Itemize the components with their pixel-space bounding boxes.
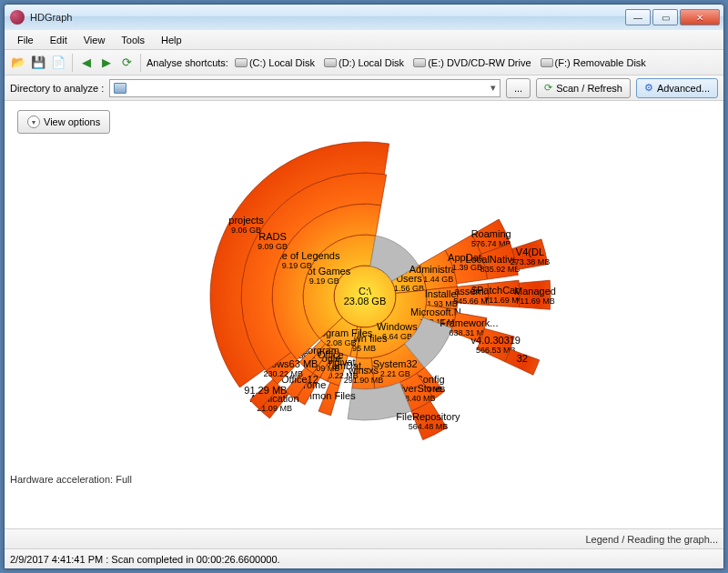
menu-view[interactable]: View <box>76 33 113 47</box>
browse-button[interactable]: ... <box>506 78 531 98</box>
shortcut-e[interactable]: (E:) DVD/CD-RW Drive <box>410 57 533 68</box>
menubar: File Edit View Tools Help <box>5 30 723 50</box>
disc-icon <box>413 58 426 67</box>
disk-icon <box>541 58 553 67</box>
disk-icon <box>235 58 248 67</box>
shortcut-c[interactable]: (C:) Local Disk <box>232 57 318 68</box>
sunburst-segment[interactable] <box>512 239 548 270</box>
analyse-shortcuts-label: Analyse shortcuts: <box>147 57 228 68</box>
legend-link[interactable]: Legend / Reading the graph... <box>585 534 718 545</box>
statusbar: 2/9/2017 4:41:41 PM : Scan completed in … <box>5 548 723 568</box>
maximize-button[interactable]: ▭ <box>652 9 678 25</box>
shortcut-d[interactable]: (D:) Local Disk <box>321 57 407 68</box>
disk-icon <box>324 58 337 67</box>
chevron-down-icon: ▾ <box>27 116 40 128</box>
open-icon[interactable]: 📂 <box>10 55 26 71</box>
menu-file[interactable]: File <box>10 33 41 47</box>
sunburst-segment[interactable] <box>505 349 540 375</box>
document-icon[interactable]: 📄 <box>50 55 66 71</box>
forward-icon[interactable]: ▶ <box>98 55 115 71</box>
footerbar: Legend / Reading the graph... <box>5 528 723 548</box>
close-button[interactable]: ✕ <box>680 9 720 25</box>
titlebar[interactable]: HDGraph — ▭ ✕ <box>5 5 723 30</box>
refresh-icon[interactable]: ⟳ <box>118 55 135 71</box>
status-text: 2/9/2017 4:41:41 PM : Scan completed in … <box>10 554 280 565</box>
drive-icon <box>114 83 126 94</box>
advanced-button[interactable]: ⚙Advanced... <box>636 78 718 98</box>
hwaccel-label: Hardware acceleration: Full <box>10 474 132 485</box>
chart-area[interactable]: ▾ View options C:\23.08 GBUsers1.56 GBWi… <box>5 101 723 528</box>
window-title: HDGraph <box>30 12 625 23</box>
sunburst-segment[interactable] <box>352 357 375 389</box>
menu-tools[interactable]: Tools <box>114 33 152 47</box>
toolbar: 📂 💾 📄 ◀ ▶ ⟳ Analyse shortcuts: (C:) Loca… <box>5 50 723 75</box>
save-icon[interactable]: 💾 <box>30 55 46 71</box>
sunburst-segment[interactable] <box>488 280 520 307</box>
sunburst-chart[interactable]: C:\23.08 GBUsers1.56 GBWindows6.64 GBUnk… <box>5 101 723 523</box>
directory-combo[interactable]: ▾ <box>109 79 500 97</box>
gear-icon: ⚙ <box>644 82 653 94</box>
minimize-button[interactable]: — <box>625 9 651 25</box>
scan-refresh-button[interactable]: ⟳Scan / Refresh <box>536 78 631 98</box>
pathbar: Directory to analyze : ▾ ... ⟳Scan / Ref… <box>5 75 723 101</box>
sunburst-segment[interactable] <box>318 383 339 416</box>
sunburst-segment[interactable] <box>519 280 551 309</box>
app-icon <box>10 10 25 25</box>
view-options-button[interactable]: ▾ View options <box>17 110 110 134</box>
refresh-icon: ⟳ <box>544 82 552 94</box>
dropdown-icon[interactable]: ▾ <box>490 82 496 94</box>
directory-label: Directory to analyze : <box>10 83 104 94</box>
menu-help[interactable]: Help <box>154 33 189 47</box>
back-icon[interactable]: ◀ <box>78 55 95 71</box>
sunburst-segment[interactable] <box>457 284 489 306</box>
shortcut-f[interactable]: (F:) Removable Disk <box>538 57 649 68</box>
menu-edit[interactable]: Edit <box>43 33 75 47</box>
